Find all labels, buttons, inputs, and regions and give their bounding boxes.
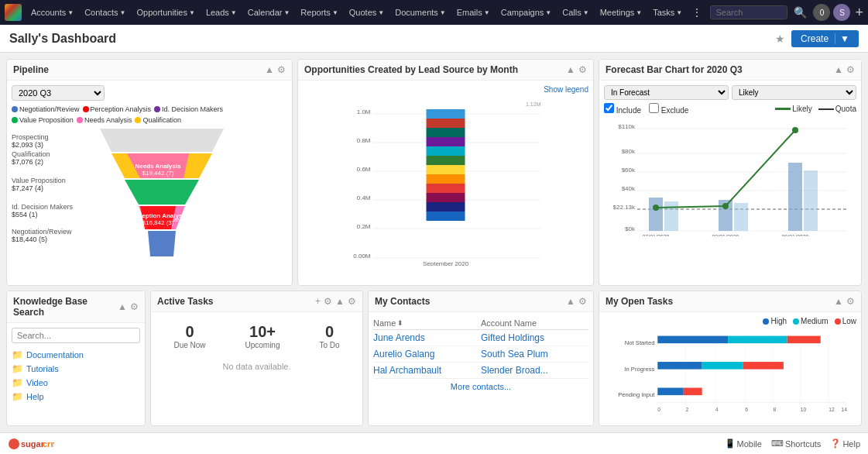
contact-link-2[interactable]: Aurelio Galang <box>373 349 434 359</box>
nav-opportunities[interactable]: Opportunities▼ <box>132 8 200 17</box>
forecast-panel-header: Forecast Bar Chart for 2020 Q3 ▲ ⚙ <box>599 60 861 81</box>
contacts-name-header[interactable]: Name ⬍ <box>373 318 481 328</box>
nav-accounts[interactable]: Accounts▼ <box>26 8 78 17</box>
collapse-icon[interactable]: ▲ <box>834 64 843 75</box>
folder-icon: 📁 <box>12 377 23 388</box>
contact-link-1[interactable]: June Arends <box>373 332 425 343</box>
opportunities-panel-header: Opportunities Created by Lead Source by … <box>298 60 593 81</box>
app-logo[interactable] <box>5 4 22 21</box>
kb-item-video[interactable]: 📁 Video <box>12 376 140 390</box>
svg-rect-85 <box>702 362 743 370</box>
kb-item-documentation[interactable]: 📁 Documentation <box>12 348 140 362</box>
show-legend-link[interactable]: Show legend <box>303 85 588 94</box>
contact-account-link-2[interactable]: South Sea Plum <box>481 349 548 359</box>
exclude-checkbox[interactable] <box>649 103 659 113</box>
nav-emails[interactable]: Emails▼ <box>452 8 495 17</box>
forecast-title: Forecast Bar Chart for 2020 Q3 <box>606 64 743 75</box>
svg-text:10: 10 <box>801 407 807 412</box>
forecast-panel: Forecast Bar Chart for 2020 Q3 ▲ ⚙ In Fo… <box>599 59 862 286</box>
nav-tasks[interactable]: Tasks▼ <box>648 8 687 17</box>
chevron-down-icon: ▼ <box>440 9 446 16</box>
task-config-icon[interactable]: ⚙ <box>324 296 332 307</box>
svg-rect-87 <box>657 388 683 396</box>
svg-rect-31 <box>427 146 465 156</box>
legend-dot-negotiation <box>12 106 18 112</box>
kb-item-tutorials[interactable]: 📁 Tutorials <box>12 362 140 376</box>
nav-contacts[interactable]: Contacts▼ <box>80 8 130 17</box>
chevron-down-icon: ▼ <box>378 9 384 16</box>
funnel-labels: Prospecting$2,093 (3) Qualification$7,07… <box>12 129 81 284</box>
more-options-icon[interactable]: ⋮ <box>688 6 705 19</box>
svg-rect-25 <box>427 202 465 212</box>
settings-icon[interactable]: ⚙ <box>130 301 139 312</box>
user-notification-icon[interactable]: 0 <box>813 4 830 21</box>
folder-icon: 📁 <box>12 349 23 360</box>
tasks-stats: 0 Due Now 10+ Upcoming 0 To Do <box>156 317 358 356</box>
collapse-icon[interactable]: ▲ <box>566 296 575 307</box>
svg-text:0.2M: 0.2M <box>357 223 371 230</box>
nav-reports[interactable]: Reports▼ <box>296 8 342 17</box>
collapse-icon[interactable]: ▲ <box>118 301 127 312</box>
kb-controls: ▲ ⚙ <box>118 301 139 312</box>
favorite-icon[interactable]: ★ <box>775 33 785 45</box>
funnel-label-decision: Id. Decision Makers$554 (1) <box>12 203 81 218</box>
opportunities-panel: Opportunities Created by Lead Source by … <box>297 59 594 286</box>
settings-icon[interactable]: ⚙ <box>578 296 587 307</box>
pipeline-period-select[interactable]: 2020 Q3 <box>12 85 105 101</box>
settings-icon[interactable]: ⚙ <box>846 296 855 307</box>
collapse-icon[interactable]: ▲ <box>566 64 575 75</box>
funnel-label-qualification: Qualification$7,076 (2) <box>12 150 81 166</box>
add-task-icon[interactable]: + <box>315 296 321 307</box>
nav-documents[interactable]: Documents▼ <box>390 8 451 17</box>
pipeline-legend: Negotiation/Review Perception Analysis I… <box>12 105 287 124</box>
nav-calls[interactable]: Calls▼ <box>558 8 593 17</box>
svg-rect-27 <box>427 184 465 193</box>
collapse-icon[interactable]: ▲ <box>335 296 345 307</box>
pipeline-panel-header: Pipeline ▲ ⚙ <box>7 60 292 81</box>
settings-icon[interactable]: ⚙ <box>578 64 587 75</box>
contacts-account-header: Account Name <box>481 318 588 328</box>
high-dot <box>763 318 769 325</box>
nav-leads[interactable]: Leads▼ <box>201 8 242 17</box>
page-title: Sally's Dashboard <box>9 32 116 46</box>
collapse-icon[interactable]: ▲ <box>834 296 843 307</box>
kb-body: 📁 Documentation 📁 Tutorials 📁 Video 📁 He… <box>7 323 145 425</box>
create-dropdown-arrow[interactable]: ▼ <box>835 33 849 44</box>
svg-text:07/01/2020: 07/01/2020 <box>642 234 669 236</box>
main-content: Pipeline ▲ ⚙ 2020 Q3 Negotiation/Review <box>0 53 868 432</box>
search-input[interactable] <box>710 5 787 19</box>
search-container: 🔍 0 S + <box>710 4 863 21</box>
collapse-icon[interactable]: ▲ <box>265 64 274 75</box>
settings-icon[interactable]: ⚙ <box>348 296 356 307</box>
contact-row-3: Hal Archambault Slender Broad... <box>373 363 588 379</box>
more-contacts-link[interactable]: More contacts... <box>373 379 588 394</box>
forecast-scenario-select[interactable]: Likely <box>732 85 856 100</box>
kb-item-help[interactable]: 📁 Help <box>12 390 140 404</box>
contact-account-3: Slender Broad... <box>481 365 588 376</box>
settings-icon[interactable]: ⚙ <box>277 64 286 75</box>
medium-dot <box>793 318 799 325</box>
kb-search-input[interactable] <box>12 328 140 343</box>
nav-calendar[interactable]: Calendar▼ <box>243 8 295 17</box>
forecast-type-select[interactable]: In Forecast <box>604 85 729 100</box>
logo-svg: sugar crm <box>8 437 54 451</box>
forecast-filters: In Forecast Likely <box>604 85 856 100</box>
contact-link-3[interactable]: Hal Archambault <box>373 365 441 376</box>
create-button[interactable]: Create ▼ <box>791 30 859 47</box>
mobile-link[interactable]: 📱 Mobile <box>725 439 762 449</box>
nav-campaigns[interactable]: Campaigns▼ <box>496 8 557 17</box>
svg-rect-29 <box>427 165 465 174</box>
contact-account-link-3[interactable]: Slender Broad... <box>481 365 548 376</box>
avatar[interactable]: S <box>833 4 850 21</box>
pipeline-title: Pipeline <box>13 64 49 75</box>
shortcuts-link[interactable]: ⌨ Shortcuts <box>771 439 821 449</box>
search-icon[interactable]: 🔍 <box>791 6 810 19</box>
contact-account-link-1[interactable]: Gifted Holdings <box>481 332 544 343</box>
nav-meetings[interactable]: Meetings▼ <box>595 8 647 17</box>
nav-quotes[interactable]: Quotes▼ <box>345 8 389 17</box>
add-icon[interactable]: + <box>855 5 863 21</box>
pipeline-body: 2020 Q3 Negotiation/Review Perception An… <box>7 81 292 285</box>
settings-icon[interactable]: ⚙ <box>846 64 855 75</box>
include-checkbox[interactable] <box>604 103 614 113</box>
help-link[interactable]: ❓ Help <box>830 439 860 449</box>
